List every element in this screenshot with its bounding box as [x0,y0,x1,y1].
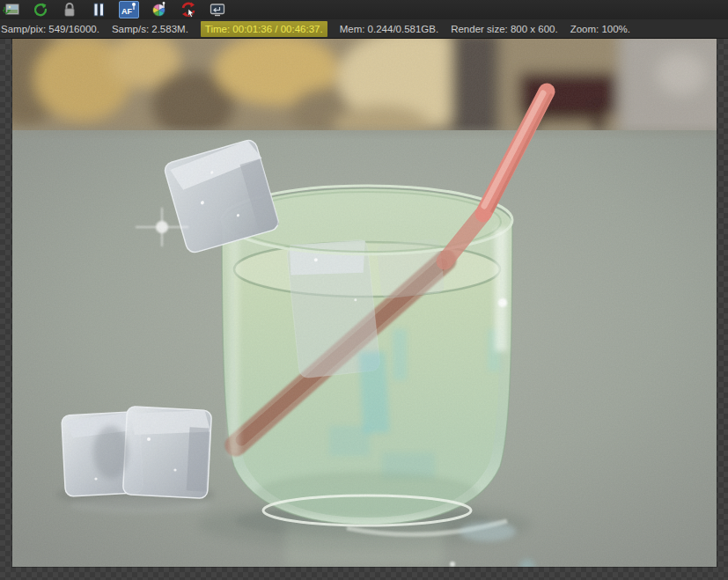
pause-glyph [90,1,107,18]
status-samples-per-second: Samp/s: 2.583M. [112,24,188,34]
color-wheel-glyph [151,1,168,18]
save-image-icon[interactable] [3,1,20,18]
status-render-size: Render size: 800 x 600. [451,24,557,34]
render-buffer-window: AF [0,0,728,580]
fit-to-screen-icon[interactable] [209,1,226,18]
toolbar: AF [0,0,728,19]
render-viewport[interactable] [0,39,728,580]
statusbar: Samp/pix: 549/16000. Samp/s: 2.583M. Tim… [0,19,728,39]
pause-icon[interactable] [90,1,107,18]
lock-glyph [61,1,78,18]
color-wheel-icon[interactable] [151,1,168,18]
render-canvas[interactable] [12,39,717,567]
region-reset-icon[interactable] [180,1,197,18]
lock-icon[interactable] [61,1,78,18]
region-reset-glyph [180,1,197,18]
status-render-time: Time: 00:01:36 / 00:46:37. [201,21,327,37]
status-zoom-level: Zoom: 100%. [570,24,630,34]
pin-icon [130,2,137,11]
status-memory: Mem: 0.244/0.581GB. [340,24,439,34]
status-samples-per-pixel: Samp/pix: 549/16000. [1,24,99,34]
fit-to-screen-glyph [209,1,226,18]
autofocus-button[interactable]: AF [119,1,139,18]
refresh-glyph [32,1,49,18]
refresh-icon[interactable] [32,1,49,18]
save-image-glyph [3,1,20,18]
